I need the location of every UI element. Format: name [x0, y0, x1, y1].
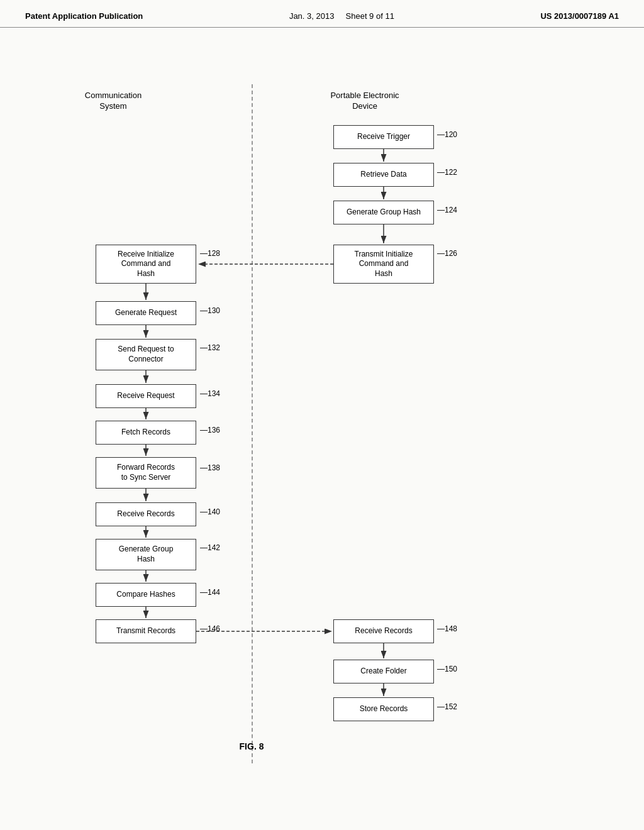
header-center: Jan. 3, 2013 Sheet 9 of 11 — [289, 11, 394, 21]
page: Patent Application Publication Jan. 3, 2… — [0, 0, 644, 830]
box-120: Receive Trigger — [333, 125, 434, 149]
ref-146: —146 — [200, 624, 220, 633]
header-sheet: Sheet 9 of 11 — [346, 11, 394, 21]
box-152: Store Records — [333, 697, 434, 721]
ref-138: —138 — [200, 463, 220, 472]
box-144: Compare Hashes — [96, 583, 196, 607]
box-150: Create Folder — [333, 660, 434, 683]
ref-134: —134 — [200, 389, 220, 398]
fig-label: FIG. 8 — [214, 741, 289, 751]
diagram-area: CommunicationSystem Portable ElectronicD… — [0, 28, 644, 795]
box-130: Generate Request — [96, 301, 196, 325]
ref-144: —144 — [200, 588, 220, 597]
header-left: Patent Application Publication — [25, 11, 143, 21]
ref-152: —152 — [437, 702, 457, 711]
box-132: Send Request toConnector — [96, 339, 196, 370]
divider-line — [252, 84, 253, 763]
ref-120: —120 — [437, 130, 457, 139]
header-date: Jan. 3, 2013 — [289, 11, 335, 21]
box-124: Generate Group Hash — [333, 201, 434, 224]
box-146: Transmit Records — [96, 619, 196, 643]
box-136: Fetch Records — [96, 421, 196, 445]
box-142: Generate GroupHash — [96, 539, 196, 570]
ref-142: —142 — [200, 543, 220, 552]
ref-126: —126 — [437, 249, 457, 258]
box-148: Receive Records — [333, 619, 434, 643]
box-138: Forward Recordsto Sync Server — [96, 457, 196, 489]
col-label-right: Portable ElectronicDevice — [308, 91, 421, 112]
arrows-svg — [0, 28, 644, 795]
box-134: Receive Request — [96, 384, 196, 408]
header-right: US 2013/0007189 A1 — [540, 11, 619, 21]
box-122: Retrieve Data — [333, 163, 434, 187]
ref-122: —122 — [437, 168, 457, 177]
box-128: Receive InitializeCommand andHash — [96, 245, 196, 284]
box-126: Transmit InitializeCommand andHash — [333, 245, 434, 284]
col-label-left: CommunicationSystem — [63, 91, 164, 112]
ref-132: —132 — [200, 343, 220, 352]
ref-136: —136 — [200, 426, 220, 434]
ref-140: —140 — [200, 507, 220, 516]
ref-128: —128 — [200, 249, 220, 258]
ref-130: —130 — [200, 306, 220, 315]
box-140: Receive Records — [96, 502, 196, 526]
ref-148: —148 — [437, 624, 457, 633]
ref-124: —124 — [437, 206, 457, 214]
ref-150: —150 — [437, 665, 457, 673]
header: Patent Application Publication Jan. 3, 2… — [0, 0, 644, 28]
